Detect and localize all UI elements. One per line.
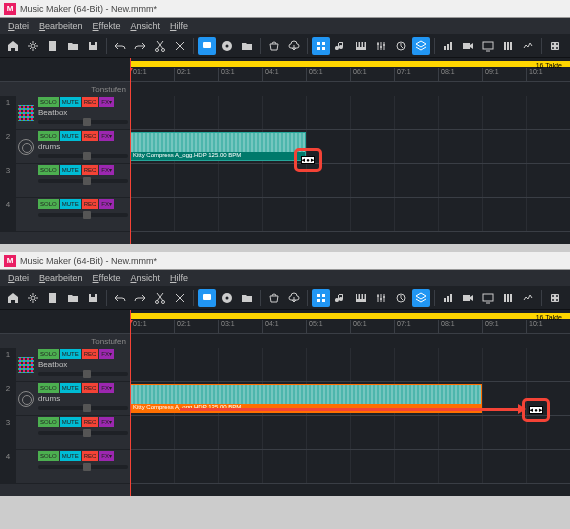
volume-slider[interactable] — [38, 154, 128, 158]
rec-button[interactable]: REC — [82, 349, 99, 359]
timeline[interactable]: 16 Takte 01:1 02:1 03:1 04:1 05:1 06:1 0… — [130, 58, 570, 244]
rec-button[interactable]: REC — [82, 199, 99, 209]
solo-button[interactable]: SOLO — [38, 417, 59, 427]
playhead[interactable] — [130, 310, 131, 496]
solo-button[interactable]: SOLO — [38, 97, 59, 107]
rec-button[interactable]: REC — [82, 165, 99, 175]
solo-button[interactable]: SOLO — [38, 383, 59, 393]
bars-icon[interactable] — [439, 289, 457, 307]
monitor-icon[interactable] — [479, 289, 497, 307]
home-icon[interactable] — [4, 289, 22, 307]
fx-icon[interactable] — [392, 37, 410, 55]
volume-slider[interactable] — [38, 431, 128, 435]
save-icon[interactable] — [84, 37, 102, 55]
fx-button[interactable]: FX▾ — [99, 165, 114, 175]
rec-button[interactable]: REC — [82, 131, 99, 141]
cloud-icon[interactable] — [285, 37, 303, 55]
playhead[interactable] — [130, 58, 131, 244]
menu-ansicht[interactable]: Ansicht — [126, 20, 164, 32]
home-icon[interactable] — [4, 37, 22, 55]
track-lane-4[interactable] — [130, 198, 570, 232]
menu-hilfe[interactable]: Hilfe — [166, 20, 192, 32]
menu-hilfe[interactable]: Hilfe — [166, 272, 192, 284]
track-header-4[interactable]: 4 SOLO MUTE REC FX▾ — [0, 198, 130, 232]
solo-button[interactable]: SOLO — [38, 349, 59, 359]
track-header-3[interactable]: 3 SOLO MUTE REC FX▾ — [0, 164, 130, 198]
piano-icon[interactable] — [352, 289, 370, 307]
open-icon[interactable] — [64, 289, 82, 307]
save-icon[interactable] — [84, 289, 102, 307]
rec-button[interactable]: REC — [82, 451, 99, 461]
cut-icon[interactable] — [151, 37, 169, 55]
track-header-2[interactable]: 2 SOLO MUTE REC FX▾ drums — [0, 382, 130, 416]
music-icon[interactable] — [332, 37, 350, 55]
mute-button[interactable]: MUTE — [60, 349, 81, 359]
track-lane-2[interactable]: Kitty Compress A_ogg.HDP 125.00 BPM ◄●► — [130, 382, 570, 416]
menu-datei[interactable]: Datei — [4, 20, 33, 32]
undo-icon[interactable] — [111, 289, 129, 307]
stretch-handle-icon[interactable]: ◄●► — [529, 406, 543, 414]
mixer-icon[interactable] — [499, 289, 517, 307]
menu-datei[interactable]: Datei — [4, 272, 33, 284]
mute-button[interactable]: MUTE — [60, 383, 81, 393]
volume-slider[interactable] — [38, 213, 128, 217]
volume-slider[interactable] — [38, 372, 128, 376]
music-icon[interactable] — [332, 289, 350, 307]
fx-button[interactable]: FX▾ — [99, 349, 114, 359]
mute-button[interactable]: MUTE — [60, 199, 81, 209]
track-lane-3[interactable] — [130, 416, 570, 450]
undo-icon[interactable] — [111, 37, 129, 55]
solo-button[interactable]: SOLO — [38, 199, 59, 209]
track-header-1[interactable]: 1 SOLO MUTE REC FX▾ Beatbox — [0, 96, 130, 130]
fx-button[interactable]: FX▾ — [99, 417, 114, 427]
grid-icon[interactable] — [312, 289, 330, 307]
mute-button[interactable]: MUTE — [60, 131, 81, 141]
time-ruler[interactable]: 01:1 02:1 03:1 04:1 05:1 06:1 07:1 08:1 … — [130, 320, 570, 334]
track-lane-1[interactable] — [130, 96, 570, 130]
solo-button[interactable]: SOLO — [38, 451, 59, 461]
stretch-handle-icon[interactable]: ◄●► — [301, 156, 315, 164]
mute-button[interactable]: MUTE — [60, 417, 81, 427]
video-icon[interactable] — [459, 289, 477, 307]
track-lane-4[interactable] — [130, 450, 570, 484]
loop-region[interactable]: 16 Takte — [130, 61, 570, 67]
menu-bearbeiten[interactable]: Bearbeiten — [35, 272, 87, 284]
mute-button[interactable]: MUTE — [60, 451, 81, 461]
redo-icon[interactable] — [131, 37, 149, 55]
track-header-3[interactable]: 3 SOLO MUTE REC FX▾ — [0, 416, 130, 450]
store-icon[interactable] — [265, 289, 283, 307]
loop-region[interactable]: 16 Takte — [130, 313, 570, 319]
track-lane-3[interactable] — [130, 164, 570, 198]
grid-icon[interactable] — [312, 37, 330, 55]
audio-clip[interactable]: Kitty Compress A_ogg.HDP 125.00 BPM — [130, 132, 306, 161]
menu-bearbeiten[interactable]: Bearbeiten — [35, 20, 87, 32]
chat-icon[interactable] — [198, 37, 216, 55]
disc-icon[interactable] — [218, 289, 236, 307]
rec-button[interactable]: REC — [82, 383, 99, 393]
fx-icon[interactable] — [392, 289, 410, 307]
folder-icon[interactable] — [238, 289, 256, 307]
piano-icon[interactable] — [352, 37, 370, 55]
folder-icon[interactable] — [238, 37, 256, 55]
disc-icon[interactable] — [218, 37, 236, 55]
track-lane-2[interactable]: Kitty Compress A_ogg.HDP 125.00 BPM ◄●► — [130, 130, 570, 164]
bars-icon[interactable] — [439, 37, 457, 55]
volume-slider[interactable] — [38, 406, 128, 410]
rec-button[interactable]: REC — [82, 417, 99, 427]
chat-icon[interactable] — [198, 289, 216, 307]
fx-button[interactable]: FX▾ — [99, 131, 114, 141]
fx-button[interactable]: FX▾ — [99, 97, 114, 107]
redo-icon[interactable] — [131, 289, 149, 307]
eq-icon[interactable] — [519, 289, 537, 307]
fx-button[interactable]: FX▾ — [99, 199, 114, 209]
layers-icon[interactable] — [412, 289, 430, 307]
rec-button[interactable]: REC — [82, 97, 99, 107]
open-icon[interactable] — [64, 37, 82, 55]
volume-slider[interactable] — [38, 120, 128, 124]
menu-effekte[interactable]: Effekte — [89, 272, 125, 284]
sliders-icon[interactable] — [372, 37, 390, 55]
delete-icon[interactable] — [171, 289, 189, 307]
mute-button[interactable]: MUTE — [60, 165, 81, 175]
monitor-icon[interactable] — [479, 37, 497, 55]
layers-icon[interactable] — [412, 37, 430, 55]
